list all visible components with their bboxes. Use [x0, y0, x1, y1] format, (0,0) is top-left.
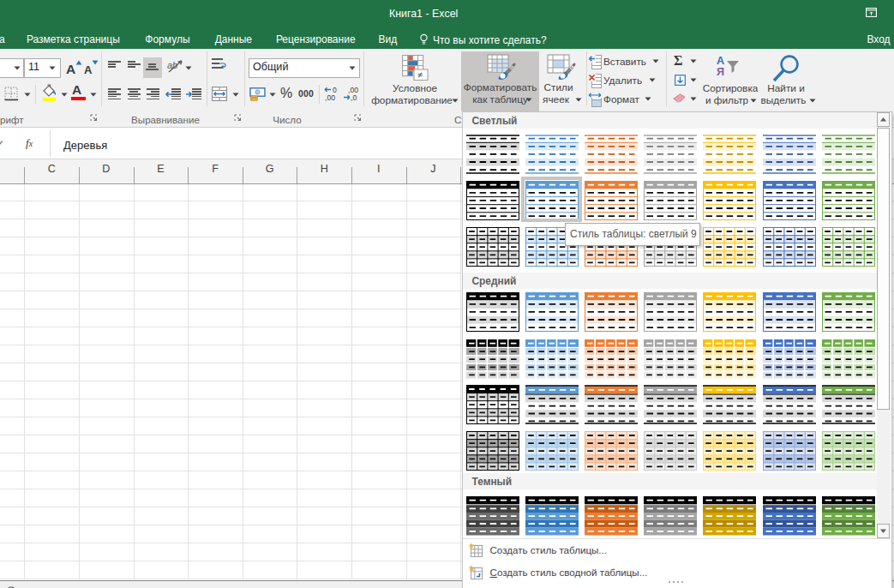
- svg-text:А: А: [717, 55, 724, 67]
- svg-text:≠: ≠: [418, 69, 423, 80]
- svg-text:,0: ,0: [351, 93, 357, 102]
- svg-text:,00: ,00: [325, 93, 335, 102]
- svg-text:Я: Я: [717, 66, 724, 76]
